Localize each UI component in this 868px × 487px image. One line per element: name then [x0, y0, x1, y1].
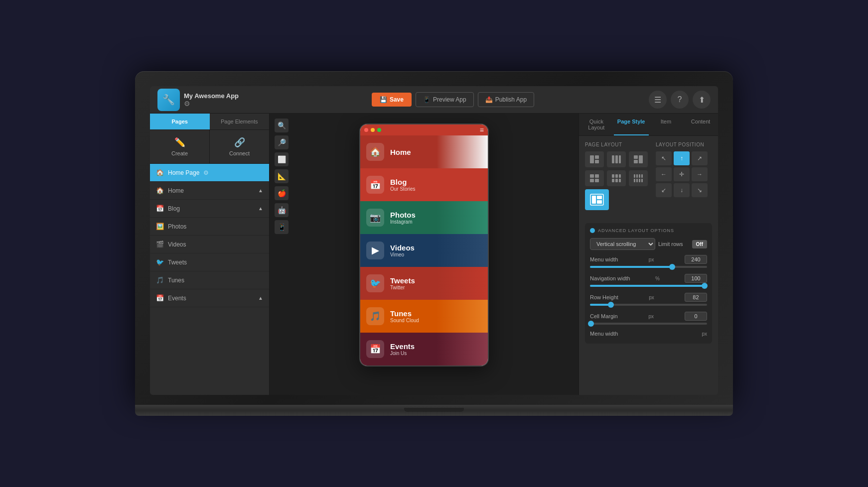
android-button[interactable]: 🤖 — [275, 203, 289, 217]
cell-margin-thumb[interactable] — [588, 321, 594, 327]
save-icon: 💾 — [380, 96, 387, 103]
phone-home-text: Home — [390, 148, 411, 156]
scroll-select[interactable]: Vertical scrolling Horizontal scrolling … — [590, 238, 655, 250]
svg-rect-24 — [636, 179, 638, 182]
phone-item-tweets[interactable]: 🐦 Tweets Twitter — [360, 267, 488, 300]
pos-btn-mid-left[interactable]: ← — [656, 167, 672, 181]
connect-action[interactable]: 🔗 Connect — [210, 130, 269, 163]
home-page-icon: 🏠 — [156, 169, 164, 176]
layout-btn-1[interactable] — [585, 151, 604, 167]
pos-btn-bot-center[interactable]: ↓ — [674, 183, 690, 197]
zoom-in-button[interactable]: 🔍 — [275, 119, 289, 132]
layout-btn-3[interactable] — [629, 151, 648, 167]
pos-btn-top-center[interactable]: ↑ — [674, 151, 690, 165]
row-height-value[interactable] — [685, 293, 707, 302]
preview-area: 🔍 🔎 ⬜ 📐 🍎 🤖 📱 — [270, 114, 579, 395]
help-icon-button[interactable]: ? — [671, 91, 689, 109]
exit-icon-button[interactable]: ⬆ — [693, 91, 711, 109]
tablet-button[interactable]: 📱 — [275, 220, 289, 234]
tab-content[interactable]: Content — [683, 114, 718, 135]
tab-quick-layout[interactable]: Quick Layout — [579, 114, 614, 135]
preview-button[interactable]: 📱 Preview App — [416, 92, 474, 107]
row-height-slider-row: Row Height px — [590, 293, 707, 306]
pos-btn-top-right[interactable]: ↗ — [692, 151, 708, 165]
svg-rect-18 — [619, 179, 621, 182]
publish-button[interactable]: 📤 Publish App — [478, 92, 534, 107]
list-icon: ☰ — [654, 95, 661, 105]
nav-width-thumb[interactable] — [702, 283, 708, 289]
svg-rect-15 — [619, 174, 621, 178]
zoom-out-button[interactable]: 🔎 — [275, 135, 289, 149]
layout-btn-2[interactable] — [607, 151, 626, 167]
landscape-button[interactable]: 📐 — [275, 169, 289, 183]
pos-btn-mid-center[interactable]: ✛ — [674, 167, 690, 181]
layout-btn-5[interactable] — [607, 170, 626, 186]
tab-page-style[interactable]: Page Style — [614, 114, 649, 135]
layout-btn-7-active[interactable] — [585, 189, 609, 210]
page-item-home[interactable]: 🏠 Home ▲ — [150, 182, 269, 200]
svg-rect-2 — [595, 160, 599, 163]
svg-rect-1 — [595, 155, 599, 159]
layout-btn-4[interactable] — [585, 170, 604, 186]
nav-width-track[interactable] — [590, 285, 707, 287]
tab-item[interactable]: Item — [649, 114, 684, 135]
dot-red — [364, 128, 368, 132]
phone-tunes-icon: 🎵 — [366, 307, 384, 325]
menu-width-fill — [590, 266, 672, 268]
page-item-blog[interactable]: 📅 Blog ▲ — [150, 200, 269, 218]
menu-width-thumb[interactable] — [669, 264, 675, 270]
menu-width-value[interactable] — [685, 255, 707, 264]
page-item-events[interactable]: 📅 Events ▲ — [150, 289, 269, 307]
pos-btn-bot-right[interactable]: ↘ — [692, 183, 708, 197]
home-page-gear-icon[interactable]: ⚙ — [203, 169, 209, 176]
pos-btn-top-left[interactable]: ↖ — [656, 151, 672, 165]
phone-item-tunes[interactable]: 🎵 Tunes Sound Cloud — [360, 300, 488, 333]
svg-rect-28 — [592, 196, 596, 204]
top-right-icons: ☰ ? ⬆ — [649, 91, 711, 109]
row-height-track[interactable] — [590, 304, 707, 306]
apple-button[interactable]: 🍎 — [275, 186, 289, 200]
phone-item-photos[interactable]: 📷 Photos Instagram — [360, 201, 488, 234]
limit-rows-toggle[interactable]: Off — [692, 240, 707, 248]
preview-toolbar: 🔍 🔎 ⬜ 📐 🍎 🤖 📱 — [275, 119, 289, 234]
fit-screen-button[interactable]: ⬜ — [275, 152, 289, 166]
page-item-photos[interactable]: 🖼️ Photos — [150, 218, 269, 236]
page-item-tweets[interactable]: 🐦 Tweets — [150, 253, 269, 271]
menu-width2-header: Menu width px — [590, 331, 707, 337]
create-action[interactable]: ✏️ Create — [150, 130, 210, 163]
sidebar-actions: ✏️ Create 🔗 Connect — [150, 130, 269, 164]
svg-rect-12 — [595, 179, 599, 182]
svg-rect-26 — [641, 179, 643, 182]
page-item-tunes[interactable]: 🎵 Tunes — [150, 271, 269, 289]
svg-rect-7 — [639, 155, 643, 163]
nav-width-value[interactable] — [685, 274, 707, 283]
phone-tweets-text: Tweets Twitter — [390, 276, 415, 290]
phone-item-videos[interactable]: ▶ Videos Vimeo — [360, 234, 488, 267]
cell-margin-track[interactable] — [590, 323, 707, 325]
events-icon: 📅 — [156, 294, 164, 302]
page-item-videos[interactable]: 🎬 Videos — [150, 236, 269, 253]
pos-btn-mid-right[interactable]: → — [692, 167, 708, 181]
blog-arrow-icon: ▲ — [258, 206, 263, 211]
layout-btn-6[interactable] — [629, 170, 648, 186]
tab-pages[interactable]: Pages — [150, 114, 210, 129]
advanced-label: ADVANCED LAYOUT OPTIONS — [598, 228, 674, 233]
phone-videos-icon: ▶ — [366, 242, 384, 259]
page-item-home-page[interactable]: 🏠 Home Page ⚙ — [150, 164, 269, 182]
row-height-thumb[interactable] — [608, 302, 614, 308]
phone-item-home[interactable]: 🏠 Home — [360, 135, 488, 168]
publish-icon: 📤 — [485, 96, 493, 103]
pos-btn-bot-left[interactable]: ↙ — [656, 183, 672, 197]
cell-margin-value[interactable] — [685, 312, 707, 321]
right-panel-content: Page Layout — [579, 136, 718, 395]
list-icon-button[interactable]: ☰ — [649, 91, 667, 109]
phone-item-blog[interactable]: 📅 Blog Our Stories — [360, 168, 488, 201]
phone-item-events[interactable]: 📅 Events Join Us — [360, 333, 488, 365]
svg-rect-21 — [639, 174, 640, 178]
menu-width-track[interactable] — [590, 266, 707, 268]
tab-page-elements[interactable]: Page Elements — [210, 114, 270, 129]
settings-icon[interactable]: ⚙ — [184, 100, 239, 108]
create-icon: ✏️ — [174, 137, 185, 148]
phone-menu-icon: ≡ — [480, 126, 484, 134]
save-button[interactable]: 💾 Save — [372, 93, 412, 107]
